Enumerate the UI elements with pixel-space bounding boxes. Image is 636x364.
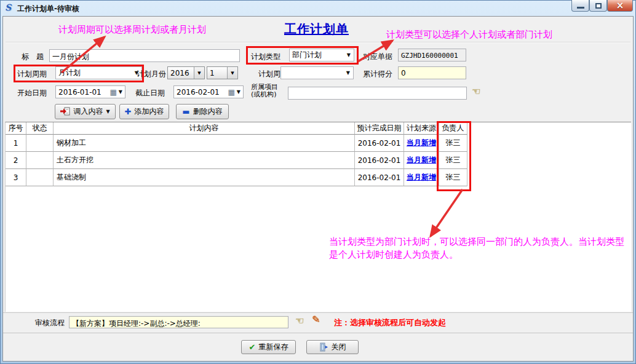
window-title: 工作计划单-待审核 — [17, 4, 79, 14]
header-separator — [6, 42, 630, 43]
chevron-down-icon: ▼ — [119, 89, 125, 95]
audit-flow-picker-hand-icon[interactable]: ☜ — [295, 315, 304, 326]
start-date-label: 开始日期 — [17, 88, 47, 98]
project-label: 所属项目 (或机构) — [251, 84, 278, 98]
end-date-picker[interactable]: 2016-02-01 ▦ ▼ — [173, 85, 244, 98]
highlight-box-plan-cycle — [14, 65, 144, 82]
cell-status — [26, 169, 54, 186]
table-row[interactable]: 2 土石方开挖 2016-02-01 当月新增 张三 — [6, 152, 631, 169]
start-date-picker[interactable]: 2016-01-01 ▦ ▼ — [55, 85, 125, 98]
audit-flow-label: 审核流程 — [35, 318, 65, 328]
title-input[interactable]: 一月份计划 — [49, 49, 240, 62]
plan-month-value: 1 — [210, 69, 215, 77]
plus-icon: ✚ — [125, 108, 132, 116]
delete-content-button[interactable]: ▬ 删除内容 — [176, 104, 229, 119]
annotation-plan-cycle: 计划周期可以选择周计划或者月计划 — [58, 24, 206, 36]
close-icon: × — [616, 1, 624, 10]
table-row[interactable]: 1 钢材加工 2016-02-01 当月新增 张三 — [6, 135, 631, 152]
minus-icon: ▬ — [182, 108, 189, 116]
audit-flow-edit-pen-icon[interactable]: ✎ — [312, 314, 320, 325]
save-button[interactable]: ✔ 重新保存 — [241, 340, 296, 354]
maximize-button[interactable] — [589, 0, 607, 12]
delete-content-label: 删除内容 — [193, 106, 223, 117]
doc-no-label: 对应单据 — [363, 52, 392, 62]
column-header-status: 状态 — [26, 122, 54, 135]
cell-content[interactable]: 土石方开挖 — [54, 152, 355, 169]
column-header-source: 计划来源 — [404, 122, 439, 135]
close-button[interactable]: × — [607, 0, 633, 12]
source-link[interactable]: 当月新增 — [407, 155, 436, 165]
plan-week-label: 计划周 — [258, 69, 280, 79]
cell-seq: 1 — [6, 135, 26, 152]
save-button-label: 重新保存 — [258, 342, 288, 352]
audit-flow-field[interactable]: 【新方案】项目经理:->副总:->总经理: — [69, 316, 288, 328]
cell-seq: 3 — [6, 169, 26, 186]
project-label-line2: (或机构) — [251, 91, 278, 98]
audit-flow-note: 注：选择审核流程后可自动发起 — [334, 317, 446, 328]
close-button-label: 关闭 — [332, 342, 346, 352]
calendar-icon: ▦ — [228, 89, 237, 95]
source-link[interactable]: 当月新增 — [407, 138, 436, 148]
plan-items-table: 序号 状态 计划内容 预计完成日期 计划来源 负责人 1 钢材加工 2016-0… — [5, 122, 631, 312]
import-content-label: 调入内容 — [73, 106, 103, 117]
import-content-button[interactable]: 调入内容 ▼ — [55, 104, 116, 119]
door-exit-icon — [319, 342, 328, 352]
cell-due-date[interactable]: 2016-02-01 — [355, 169, 404, 186]
cell-status — [26, 135, 54, 152]
chevron-down-icon: ▼ — [237, 89, 243, 95]
window: S 工作计划单-待审核 × 计划周期可以选择周计划或者月计划 工作计划单 计划类… — [0, 0, 636, 364]
plan-year-value: 2016 — [170, 69, 189, 77]
start-date-value: 2016-01-01 — [58, 88, 101, 97]
cell-seq: 2 — [6, 152, 26, 169]
close-form-button[interactable]: 关闭 — [306, 340, 359, 354]
score-label: 累计得分 — [363, 69, 392, 79]
end-date-value: 2016-02-01 — [177, 88, 220, 97]
title-bar[interactable]: S 工作计划单-待审核 × — [0, 0, 636, 16]
title-label: 标 题 — [22, 52, 44, 62]
project-input[interactable] — [288, 87, 467, 100]
minimize-button[interactable] — [571, 0, 589, 12]
cell-status — [26, 152, 54, 169]
add-content-label: 添加内容 — [134, 106, 164, 117]
maximize-icon — [595, 3, 602, 9]
annotation-owner-note: 当计划类型为部门计划时，可以选择同一部门的人为负责人。当计划类型是个人计划时创建… — [329, 235, 633, 261]
doc-no-field: GZJHD160000001 — [398, 49, 466, 61]
highlight-box-plan-type — [246, 46, 359, 65]
minimize-icon — [577, 7, 584, 9]
plan-week-select[interactable]: ▼ — [280, 66, 354, 79]
end-date-label: 截止日期 — [135, 88, 165, 98]
column-header-due-date: 预计完成日期 — [355, 122, 404, 135]
chevron-down-icon: ▼ — [194, 67, 204, 79]
project-picker-hand-icon[interactable]: ☜ — [472, 85, 480, 97]
check-icon: ✔ — [249, 343, 256, 351]
plan-month-select[interactable]: 1 ▼ — [207, 66, 238, 79]
cell-due-date[interactable]: 2016-02-01 — [355, 152, 404, 169]
app-icon: S — [5, 2, 15, 12]
column-header-seq: 序号 — [6, 122, 26, 135]
highlight-box-owner-column — [437, 121, 471, 191]
chevron-down-icon: ▼ — [227, 67, 237, 79]
cell-content[interactable]: 基础浇制 — [54, 169, 355, 186]
source-link[interactable]: 当月新增 — [407, 172, 436, 183]
table-row[interactable]: 3 基础浇制 2016-02-01 当月新增 张三 — [6, 169, 631, 186]
chevron-down-icon: ▼ — [346, 70, 353, 76]
page-title: 工作计划单 — [284, 21, 349, 38]
chevron-down-icon: ▼ — [106, 109, 109, 114]
cell-due-date[interactable]: 2016-02-01 — [355, 135, 404, 152]
calendar-icon: ▦ — [110, 89, 119, 95]
column-header-content: 计划内容 — [54, 122, 355, 135]
import-icon — [60, 107, 70, 116]
add-content-button[interactable]: ✚ 添加内容 — [119, 104, 169, 119]
score-field[interactable]: 0 — [398, 66, 466, 79]
table-header-row: 序号 状态 计划内容 预计完成日期 计划来源 负责人 — [6, 122, 631, 135]
annotation-plan-type: 计划类型可以选择个人计划或者部门计划 — [386, 29, 552, 41]
plan-year-select[interactable]: 2016 ▼ — [167, 66, 205, 79]
cell-content[interactable]: 钢材加工 — [54, 135, 355, 152]
